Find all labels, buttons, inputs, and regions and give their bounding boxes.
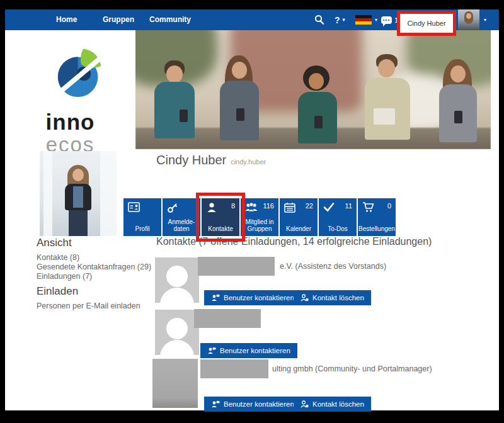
id-card-icon: [128, 202, 140, 212]
tab-label: To-Dos: [328, 225, 348, 232]
chevron-down-icon: ▾: [343, 17, 345, 23]
sidebar-heading-ansicht: Ansicht: [37, 237, 72, 249]
redacted-name: [200, 359, 268, 378]
profile-name: Cindy Huber: [156, 153, 226, 167]
delete-contact-icon: [301, 294, 309, 302]
help-label: ?: [335, 15, 340, 25]
user-avatar[interactable]: [458, 9, 479, 30]
sidebar-link-email-einladen[interactable]: Personen per E-Mail einladen: [37, 302, 140, 310]
user-name-label: Cindy Huber: [407, 20, 445, 27]
contact-user-button[interactable]: Benutzer kontaktieren: [204, 290, 301, 305]
tab-bestellungen[interactable]: 0 Bestellungen: [358, 198, 396, 236]
contact-user-icon: [207, 347, 216, 354]
contact-user-button[interactable]: Benutzer kontaktieren: [200, 343, 297, 358]
hero-person-4: [357, 54, 420, 149]
tab-label: Bestellungen: [358, 225, 395, 232]
chevron-down-icon: ▾: [484, 17, 486, 23]
sidebar-link-kontakte[interactable]: Kontakte (8): [37, 253, 79, 262]
sidebar-heading-einladen: Einladen: [37, 285, 78, 298]
profile-username: cindy.huber: [231, 158, 266, 166]
key-icon: [167, 202, 178, 213]
tab-label: Profil: [135, 225, 150, 232]
tab-count: 0: [387, 202, 391, 210]
delete-contact-button[interactable]: Kontakt löschen: [294, 290, 371, 305]
language-menu[interactable]: ▾: [355, 9, 377, 30]
sidebar-link-einladungen[interactable]: Einladungen (7): [37, 272, 92, 281]
contact-avatar-placeholder: [155, 257, 199, 303]
contact-user-icon: [211, 400, 220, 408]
search-icon: [314, 14, 324, 25]
hero-person-5: [429, 59, 488, 149]
button-label: Benutzer kontaktieren: [224, 294, 294, 302]
hero-image: [135, 30, 491, 149]
contact-user-button[interactable]: Benutzer kontaktieren: [204, 397, 301, 412]
innoecos-logo-mark: [53, 44, 107, 104]
redacted-name: [198, 257, 275, 276]
search-button[interactable]: [314, 9, 324, 30]
contact-org-text: e.V. (Assistenz des Vorstands): [280, 262, 386, 271]
innoecos-logo[interactable]: inno ecos: [5, 30, 135, 149]
nav-item-gruppen[interactable]: Gruppen: [103, 9, 134, 30]
content-heading: Kontakte (7 offene Einladungen, 14 erfol…: [156, 236, 432, 247]
group-icon: [245, 202, 258, 212]
tab-anmeldedaten[interactable]: Anmelde-daten: [163, 198, 200, 236]
tab-count: 8: [231, 202, 235, 210]
page-title: Cindy Hubercindy.huber: [156, 153, 266, 167]
contact-avatar-placeholder: [155, 310, 199, 355]
button-label: Benutzer kontaktieren: [220, 347, 290, 354]
tab-profil[interactable]: Profil: [123, 198, 161, 236]
button-label: Kontakt löschen: [312, 400, 364, 408]
user-menu-toggle[interactable]: ▾: [484, 9, 486, 30]
page: Home Gruppen Community ? ▾ ▾ ••• 17 ▾: [5, 9, 499, 410]
tab-label: Kontakte: [208, 225, 232, 232]
checkmark-icon: [323, 202, 335, 212]
delete-contact-icon: [301, 400, 309, 408]
tab-kontakte[interactable]: 8 Kontakte: [202, 198, 239, 236]
contact-person-icon: [206, 202, 217, 213]
tab-mitglied-in-gruppen[interactable]: 116 Mitglied inGruppen: [241, 198, 278, 236]
german-flag-icon: [355, 15, 372, 25]
tab-label: Anmelde-: [168, 218, 195, 225]
chat-icon: •••: [381, 16, 392, 24]
annotation-box-username[interactable]: Cindy Huber: [397, 11, 456, 36]
contact-user-icon: [211, 294, 220, 302]
tab-count: 22: [306, 202, 313, 210]
hero-person-2: [210, 55, 270, 149]
tab-kalender[interactable]: 22 Kalender: [280, 198, 318, 236]
logo-text-inno: inno: [5, 110, 135, 135]
nav-item-community[interactable]: Community: [149, 9, 191, 30]
button-label: Kontakt löschen: [312, 294, 364, 302]
cart-icon: [362, 202, 374, 213]
tab-label: Mitglied in: [245, 218, 273, 225]
sidebar-link-gesendete-kontaktanfragen[interactable]: Gesendete Kontaktanfragen (29): [37, 262, 151, 271]
tab-label: Kalender: [286, 225, 311, 232]
chevron-down-icon: ▾: [375, 17, 377, 23]
button-label: Benutzer kontaktieren: [224, 400, 294, 408]
contact-org-text: ulting gmbh (Community- und Portalmanage…: [272, 364, 432, 373]
delete-contact-button[interactable]: Kontakt löschen: [294, 397, 371, 412]
nav-item-home[interactable]: Home: [56, 9, 77, 30]
redacted-name: [194, 309, 261, 328]
contact-avatar-blurred: [152, 359, 198, 408]
tab-count: 116: [263, 202, 274, 210]
profile-photo: [40, 151, 117, 236]
tab-to-dos[interactable]: 11 To-Dos: [319, 198, 357, 236]
calendar-icon: [284, 202, 295, 213]
hero-person-1: [147, 60, 203, 149]
hero-person-3: [289, 65, 347, 149]
tab-count: 11: [345, 202, 352, 210]
help-menu[interactable]: ? ▾: [335, 9, 345, 30]
